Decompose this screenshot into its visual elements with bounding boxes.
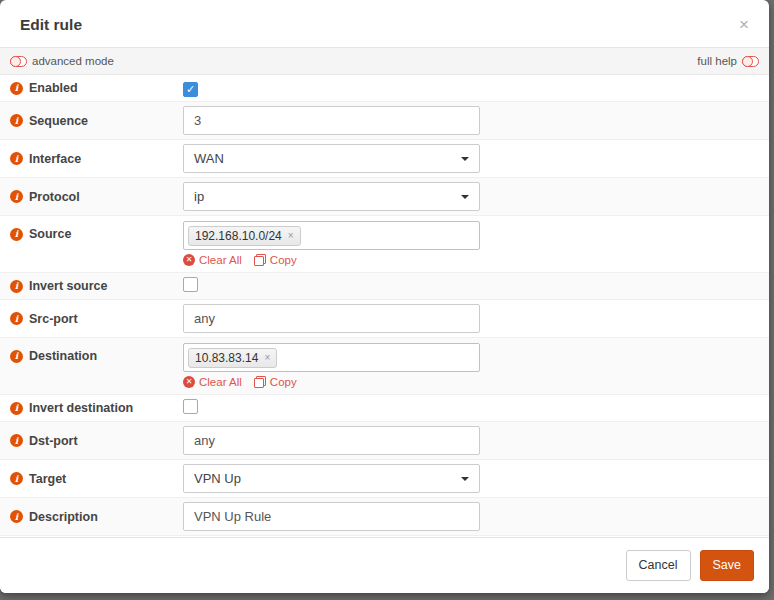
control-cell-enabled: ✓ <box>183 79 769 97</box>
form-row-src-port: iSrc-port <box>0 300 769 338</box>
rule-form: iEnabled✓iSequenceiInterfaceWANiProtocol… <box>0 75 769 537</box>
label-cell-sequence: iSequence <box>10 114 183 128</box>
chevron-down-icon <box>461 157 469 161</box>
label-cell-src-port: iSrc-port <box>10 312 183 326</box>
info-icon[interactable]: i <box>10 152 23 165</box>
field-label-enabled: Enabled <box>29 81 78 95</box>
close-icon[interactable]: × <box>735 12 753 37</box>
destination-copy-link[interactable]: Copy <box>254 376 297 388</box>
save-button[interactable]: Save <box>700 550 755 581</box>
copy-icon <box>254 254 266 266</box>
dialog-title: Edit rule <box>20 16 82 33</box>
form-row-interface: iInterfaceWAN <box>0 140 769 178</box>
full-help-label: full help <box>697 55 737 67</box>
source-token-actions: ✕Clear AllCopy <box>183 254 769 266</box>
control-cell-destination: 10.83.83.14×✕Clear AllCopy <box>183 338 769 388</box>
info-icon[interactable]: i <box>10 280 23 293</box>
field-label-destination: Destination <box>29 349 97 363</box>
control-cell-interface: WAN <box>183 144 769 173</box>
source-token-value: 192.168.10.0/24 <box>195 229 282 243</box>
info-icon[interactable]: i <box>10 312 23 325</box>
clear-all-label: Clear All <box>199 254 242 266</box>
dialog-header: Edit rule × <box>0 0 769 48</box>
source-copy-link[interactable]: Copy <box>254 254 297 266</box>
copy-label: Copy <box>270 376 297 388</box>
form-row-description: iDescription <box>0 498 769 536</box>
info-icon[interactable]: i <box>10 190 23 203</box>
label-cell-dst-port: iDst-port <box>10 434 183 448</box>
enabled-checkbox[interactable]: ✓ <box>183 82 198 97</box>
control-cell-description <box>183 502 769 531</box>
info-icon[interactable]: i <box>10 350 23 363</box>
form-row-dst-port: iDst-port <box>0 422 769 460</box>
field-label-invert-source: Invert source <box>29 279 108 293</box>
clear-all-label: Clear All <box>199 376 242 388</box>
protocol-select-value: ip <box>194 189 204 204</box>
control-cell-invert-source <box>183 277 769 296</box>
form-row-enabled: iEnabled✓ <box>0 75 769 102</box>
form-row-sequence: iSequence <box>0 102 769 140</box>
info-icon[interactable]: i <box>10 228 23 241</box>
target-select[interactable]: VPN Up <box>183 464 480 493</box>
source-clear-all-link[interactable]: ✕Clear All <box>183 254 242 266</box>
label-cell-enabled: iEnabled <box>10 81 183 95</box>
info-icon[interactable]: i <box>10 434 23 447</box>
edit-rule-dialog: Edit rule × advanced mode full help iEna… <box>0 0 769 593</box>
label-cell-target: iTarget <box>10 472 183 486</box>
source-token-input[interactable]: 192.168.10.0/24× <box>183 221 480 250</box>
chevron-down-icon <box>461 195 469 199</box>
dialog-footer: Cancel Save <box>0 537 769 593</box>
invert-destination-checkbox[interactable] <box>183 399 198 414</box>
copy-icon <box>254 376 266 388</box>
advanced-mode-toggle[interactable]: advanced mode <box>10 55 114 67</box>
label-cell-source: iSource <box>10 216 183 241</box>
destination-token-input[interactable]: 10.83.83.14× <box>183 343 480 372</box>
info-icon[interactable]: i <box>10 472 23 485</box>
field-label-dst-port: Dst-port <box>29 434 78 448</box>
field-label-protocol: Protocol <box>29 190 80 204</box>
src-port-input[interactable] <box>183 304 480 333</box>
info-icon[interactable]: i <box>10 82 23 95</box>
form-row-destination: iDestination10.83.83.14×✕Clear AllCopy <box>0 338 769 395</box>
times-circle-icon: ✕ <box>183 254 195 266</box>
destination-token-value: 10.83.83.14 <box>195 351 258 365</box>
field-label-src-port: Src-port <box>29 312 78 326</box>
info-icon[interactable]: i <box>10 510 23 523</box>
invert-source-checkbox[interactable] <box>183 277 198 292</box>
form-row-protocol: iProtocolip <box>0 178 769 216</box>
control-cell-src-port <box>183 304 769 333</box>
interface-select-value: WAN <box>194 151 224 166</box>
control-cell-invert-destination <box>183 399 769 418</box>
form-row-target: iTargetVPN Up <box>0 460 769 498</box>
toggle-off-icon <box>742 56 759 67</box>
control-cell-target: VPN Up <box>183 464 769 493</box>
remove-token-icon[interactable]: × <box>288 231 294 241</box>
destination-clear-all-link[interactable]: ✕Clear All <box>183 376 242 388</box>
label-cell-invert-destination: iInvert destination <box>10 401 183 415</box>
field-label-sequence: Sequence <box>29 114 88 128</box>
destination-token: 10.83.83.14× <box>188 348 277 368</box>
label-cell-invert-source: iInvert source <box>10 279 183 293</box>
field-label-description: Description <box>29 510 98 524</box>
control-cell-sequence <box>183 106 769 135</box>
interface-select[interactable]: WAN <box>183 144 480 173</box>
label-cell-description: iDescription <box>10 510 183 524</box>
field-label-target: Target <box>29 472 66 486</box>
cancel-button[interactable]: Cancel <box>626 550 691 581</box>
chevron-down-icon <box>461 477 469 481</box>
target-select-value: VPN Up <box>194 471 241 486</box>
dst-port-input[interactable] <box>183 426 480 455</box>
field-label-source: Source <box>29 227 71 241</box>
description-input[interactable] <box>183 502 480 531</box>
destination-token-actions: ✕Clear AllCopy <box>183 376 769 388</box>
full-help-toggle[interactable]: full help <box>697 55 759 67</box>
sequence-input[interactable] <box>183 106 480 135</box>
control-cell-protocol: ip <box>183 182 769 211</box>
info-icon[interactable]: i <box>10 402 23 415</box>
times-circle-icon: ✕ <box>183 376 195 388</box>
field-label-interface: Interface <box>29 152 81 166</box>
protocol-select[interactable]: ip <box>183 182 480 211</box>
remove-token-icon[interactable]: × <box>264 353 270 363</box>
advanced-mode-label: advanced mode <box>32 55 114 67</box>
info-icon[interactable]: i <box>10 114 23 127</box>
